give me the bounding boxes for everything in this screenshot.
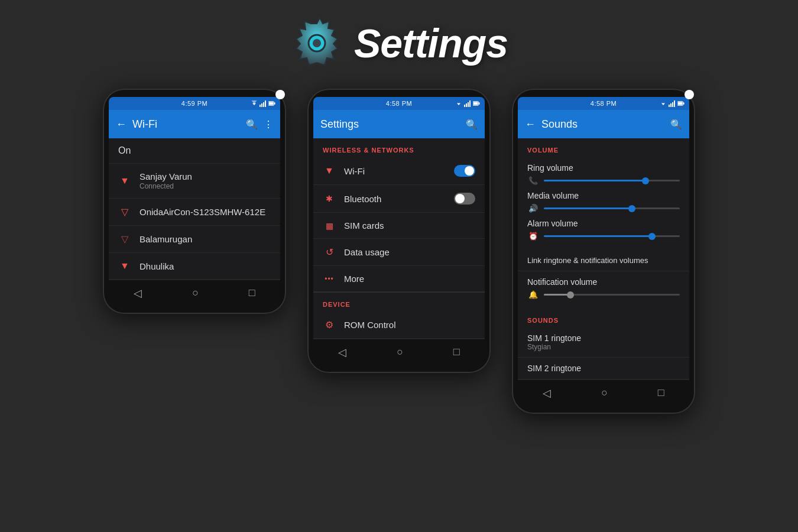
- network-sanjay[interactable]: ▼ Sanjay Varun Connected: [109, 164, 280, 199]
- media-icon: 🔊: [527, 204, 539, 213]
- bt-toggle[interactable]: [454, 193, 475, 205]
- ring-slider-thumb[interactable]: [642, 177, 649, 184]
- svg-rect-2: [259, 105, 261, 107]
- media-volume-row: Media volume 🔊: [527, 191, 680, 213]
- search-icon[interactable]: 🔍: [246, 119, 258, 130]
- search-icon3[interactable]: 🔍: [670, 119, 682, 130]
- phone2-title: Settings: [320, 118, 460, 131]
- home-nav-icon2[interactable]: ○: [397, 346, 403, 358]
- ring-volume-track[interactable]: 📞: [527, 176, 680, 185]
- network-name-bala: Balamurugan: [140, 234, 271, 244]
- link-ringtone-row[interactable]: Link ringtone & notification volumes: [518, 250, 689, 271]
- phone2-status-bar: 4:58 PM: [313, 97, 485, 110]
- ring-icon: 📞: [527, 176, 539, 185]
- ring-slider-track[interactable]: [544, 180, 680, 181]
- network-dhuulika[interactable]: ▼ Dhuulika: [109, 253, 280, 280]
- phone2-status-icons: [455, 100, 480, 107]
- phone3-screen: 4:58 PM ← Sounds 🔍 Volume Ring volume: [518, 97, 689, 406]
- home-nav-icon[interactable]: ○: [192, 287, 199, 299]
- link-label: Link ringtone & notification volumes: [527, 256, 680, 265]
- recents-nav-icon2[interactable]: □: [453, 346, 460, 358]
- phone3-title: Sounds: [541, 118, 664, 131]
- back-nav-icon2[interactable]: ◁: [338, 346, 346, 359]
- wifi-icon-bala: ▽: [118, 233, 131, 245]
- network-name-onida: OnidaAirCon-S123SMHW-612E: [140, 207, 271, 217]
- data-icon: ↺: [323, 246, 336, 258]
- settings-more-item[interactable]: ••• More: [313, 266, 485, 292]
- home-nav-icon3[interactable]: ○: [601, 387, 608, 399]
- gear-icon: [290, 17, 343, 70]
- section-sounds: Sounds: [518, 309, 689, 327]
- network-dhuulika-text: Dhuulika: [140, 261, 271, 271]
- settings-data-item[interactable]: ↺ Data usage: [313, 239, 485, 266]
- rom-label: ROM Control: [344, 320, 475, 330]
- settings-rom-item[interactable]: ⚙ ROM Control: [313, 312, 485, 339]
- phone2-screen: 4:58 PM Settings 🔍 WIRELESS & NETWORKS ▼…: [313, 97, 485, 365]
- back-nav-icon[interactable]: ◁: [134, 287, 142, 300]
- network-onida[interactable]: ▽ OnidaAirCon-S123SMHW-612E: [109, 199, 280, 226]
- svg-rect-15: [473, 102, 478, 105]
- ring-volume-label: Ring volume: [527, 163, 680, 173]
- svg-rect-14: [479, 102, 480, 104]
- signal-icon2: [464, 100, 471, 107]
- media-slider-fill: [544, 207, 632, 209]
- svg-rect-22: [678, 102, 683, 105]
- page-header: Settings: [290, 17, 508, 70]
- sim-item-text: SIM cards: [344, 220, 475, 231]
- section-wireless: WIRELESS & NETWORKS: [313, 138, 485, 157]
- sim2-ringtone[interactable]: SIM 2 ringtone: [518, 358, 689, 379]
- svg-rect-21: [683, 102, 685, 104]
- bt-label: Bluetooth: [344, 194, 446, 204]
- network-bala[interactable]: ▽ Balamurugan: [109, 226, 280, 253]
- svg-point-1: [313, 39, 321, 47]
- phone2-time: 4:58 PM: [386, 100, 412, 107]
- wifi-settings-toggle[interactable]: [454, 165, 475, 177]
- svg-rect-16: [669, 105, 670, 107]
- svg-rect-11: [468, 102, 469, 107]
- phone3-nav-bar: ◁ ○ □: [518, 379, 689, 406]
- phone1-nav-bar: ◁ ○ □: [109, 280, 280, 306]
- back-icon3[interactable]: ←: [525, 118, 536, 131]
- recents-nav-icon3[interactable]: □: [658, 387, 664, 399]
- rom-item-text: ROM Control: [344, 320, 475, 330]
- alarm-slider-thumb[interactable]: [648, 233, 656, 240]
- notif-volume-row: Notification volume 🔔: [527, 277, 680, 299]
- phone-settings: 4:58 PM Settings 🔍 WIRELESS & NETWORKS ▼…: [307, 89, 491, 373]
- media-volume-track[interactable]: 🔊: [527, 204, 680, 213]
- wifi-status-icon2: [455, 100, 462, 107]
- phone-sounds: 4:58 PM ← Sounds 🔍 Volume Ring volume: [512, 89, 695, 414]
- phone2-app-bar: Settings 🔍: [313, 110, 485, 138]
- notif-slider-track[interactable]: [544, 294, 680, 296]
- back-nav-icon3[interactable]: ◁: [543, 387, 551, 400]
- recents-nav-icon[interactable]: □: [249, 287, 255, 299]
- alarm-volume-track[interactable]: ⏰: [527, 232, 680, 241]
- settings-bt-item[interactable]: ✱ Bluetooth: [313, 185, 485, 213]
- sim-icon: ▦: [323, 221, 336, 231]
- notif-volume-track[interactable]: 🔔: [527, 290, 680, 299]
- svg-rect-7: [274, 102, 275, 104]
- ring-slider-fill: [544, 180, 646, 181]
- alarm-slider-track[interactable]: [544, 235, 680, 237]
- sim1-ringtone[interactable]: SIM 1 ringtone Stygian: [518, 327, 689, 358]
- search-icon2[interactable]: 🔍: [466, 119, 478, 130]
- svg-rect-18: [672, 102, 673, 107]
- alarm-volume-row: Alarm volume ⏰: [527, 219, 680, 241]
- settings-wifi-item[interactable]: ▼ Wi-Fi: [313, 157, 485, 185]
- network-status: Connected: [140, 182, 271, 190]
- wifi-toggle-row[interactable]: On: [109, 138, 280, 164]
- notif-slider-thumb[interactable]: [567, 291, 574, 299]
- back-icon[interactable]: ←: [116, 118, 126, 131]
- toggle-knob-bt: [455, 194, 465, 203]
- wifi-label: Wi-Fi: [344, 166, 446, 176]
- phone1-time: 4:59 PM: [181, 100, 207, 107]
- more-icon[interactable]: ⋮: [264, 119, 273, 130]
- svg-rect-12: [469, 100, 471, 107]
- toggle-knob-wifi: [465, 166, 474, 176]
- media-slider-thumb[interactable]: [628, 205, 635, 212]
- media-slider-track[interactable]: [544, 207, 680, 209]
- settings-sim-item[interactable]: ▦ SIM cards: [313, 213, 485, 239]
- alarm-volume-label: Alarm volume: [527, 219, 680, 228]
- phone3-status-icons: [660, 100, 685, 107]
- network-onida-text: OnidaAirCon-S123SMHW-612E: [140, 207, 271, 217]
- svg-rect-4: [263, 102, 264, 107]
